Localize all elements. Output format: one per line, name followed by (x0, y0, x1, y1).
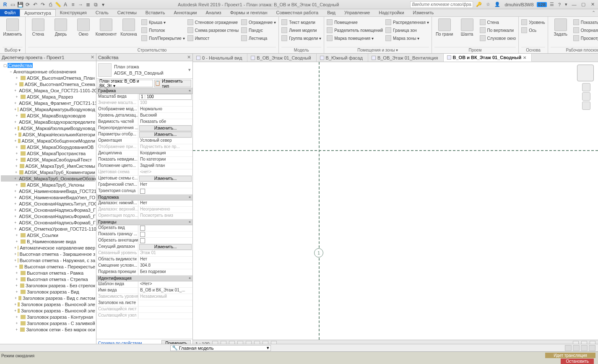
properties-close-icon[interactable]: ✕ (187, 55, 191, 60)
prop-value[interactable] (138, 307, 192, 312)
redo-icon[interactable]: ↷ (39, 1, 46, 8)
prop-value[interactable] (138, 300, 192, 306)
prop-row[interactable]: Ориентация подло...Посмотреть вниз (96, 213, 192, 219)
ribbon-tab-insert[interactable]: Вставить (141, 9, 170, 16)
tree-item[interactable]: +ADSK_МаркаНесколькихКатегори (1, 131, 95, 138)
prop-row[interactable]: Диапазон: нижний...Нет (96, 200, 192, 207)
roomsep-button[interactable]: Разделитель помещений (327, 26, 383, 34)
save-icon[interactable]: 💾 (17, 1, 23, 8)
column-button[interactable]: Колонна (119, 18, 139, 36)
subscription-icon[interactable]: 🔑 (475, 2, 483, 7)
ribbon-tab-analyze[interactable]: Анализ (201, 9, 226, 16)
home-icon[interactable] (582, 83, 590, 91)
prop-category[interactable]: Подложка« (96, 195, 192, 200)
curtaingrid-button[interactable]: Схема разрезки стены (187, 26, 239, 34)
prop-row[interactable]: Обрезать аннотации (96, 238, 192, 244)
tree-item[interactable]: +Высотная отметка - Рамка (1, 270, 95, 276)
tree-item[interactable]: +ADSK_ОсновнаяНадписьФорма5_Г (1, 213, 95, 219)
align-icon[interactable]: ≡ (70, 1, 76, 8)
switch-icon[interactable]: ⧉ (92, 1, 99, 8)
prop-row[interactable]: Параметры отобр...Изменить... (96, 132, 192, 138)
tree-item[interactable]: +Заголовок разреза - Без стрелок (1, 282, 95, 289)
show-button[interactable]: Показать (573, 18, 598, 26)
door-button[interactable]: Дверь (51, 18, 71, 36)
prop-row[interactable]: Подрезка проекцииБез подрезки (96, 269, 192, 276)
wallopen-button[interactable]: Стена (480, 18, 516, 26)
tree-item[interactable]: +ADSK_МаркаВоздухораспределите (1, 119, 95, 125)
prop-row[interactable]: Отображение мод...Нормально (96, 107, 192, 113)
zoom-icon[interactable] (582, 101, 590, 110)
tree-root[interactable]: ▢Семейства (1, 62, 95, 68)
measure-icon[interactable]: 📏 (55, 1, 61, 8)
prop-value[interactable]: Задний план (138, 163, 192, 169)
roomtag-button[interactable]: Марка помещения ▾ (327, 34, 383, 42)
prop-checkbox[interactable] (140, 238, 145, 243)
tree-item[interactable]: +ADSK_Марка_Разрез (1, 94, 95, 100)
qat-dropdown-icon[interactable]: ▾ (100, 1, 107, 8)
select-icon[interactable] (573, 345, 580, 351)
prop-value[interactable]: Нет (138, 257, 192, 263)
help-dropdown-icon[interactable]: ▾ (564, 2, 569, 7)
prop-category[interactable]: Идентификация« (96, 276, 192, 281)
prop-value[interactable]: Неограниченно (138, 207, 192, 213)
floor-button[interactable]: Пол/Перекрытие ▾ (141, 34, 185, 42)
tree-group[interactable]: −Аннотационные обозначения (1, 68, 95, 75)
prop-value[interactable]: Этаж 01 (138, 250, 192, 256)
prop-value[interactable]: 100 (138, 100, 192, 106)
prop-edit-button[interactable]: Изменить... (139, 244, 192, 250)
modelline-button[interactable]: Линия модели (281, 26, 321, 34)
prop-value[interactable]: Нет (138, 200, 192, 206)
tree-item[interactable]: +ADSK_МаркаТруб_ОсновныеОбозначения (1, 175, 95, 182)
prop-value[interactable]: Показать обе (138, 119, 192, 125)
ribbon-tab-addins[interactable]: Надстройки (374, 9, 408, 16)
room-button[interactable]: Помещение (327, 18, 383, 26)
grid-bubble[interactable]: 1 (314, 248, 323, 257)
tree-item[interactable]: +ADSK_МаркаВоздуховодов (1, 112, 95, 119)
prop-row[interactable]: Ссылающийся лист (96, 307, 192, 313)
ramp-button[interactable]: Пандус (241, 26, 276, 34)
stair-button[interactable]: Лестница (241, 34, 276, 42)
prop-row[interactable]: Имя видаВ_ОВ и ВК_Этаж 01_... (96, 288, 192, 294)
modify-button[interactable]: Изменить (3, 18, 23, 36)
signin-icon[interactable]: ☆ (485, 2, 491, 7)
view-tab[interactable]: В_ОВ и ВК_Этаж 01_Сводный✕ (444, 54, 532, 62)
grid-button[interactable]: Ось (521, 26, 545, 34)
maximize-button[interactable]: ▢ (580, 2, 587, 7)
ribbon-tab-manage[interactable]: Управление (340, 9, 374, 16)
ribbon-tab-modify[interactable]: Изменить (409, 9, 439, 16)
user-name[interactable]: dmuhin/B3W8 (503, 2, 535, 7)
prop-row[interactable]: Значение масшта...100 (96, 100, 192, 107)
tree-item[interactable]: +ADSK_МаркаТруб_Уклоны (1, 182, 95, 188)
prop-row[interactable]: Смещение условн...304.8 (96, 263, 192, 269)
prop-value[interactable]: В_ОВ и ВК_Этаж 01_... (138, 288, 192, 294)
tree-item[interactable]: +ADSK_ОсновнаяНадписьФорма3_Г (1, 207, 95, 213)
dormer-button[interactable]: Слуховое окно (480, 34, 516, 42)
roof-button[interactable]: Крыша ▾ (141, 18, 185, 26)
prop-row[interactable]: Положение цвето...Задний план (96, 163, 192, 169)
file-tab[interactable]: Файл (0, 9, 20, 16)
prop-row[interactable]: Показать невидим...По категории (96, 157, 192, 163)
tree-item[interactable]: +Заголовок разреза - Контурная (1, 314, 95, 320)
tree-item[interactable]: +ADSK_НаименованиеВида_ГОСТ21 (1, 188, 95, 194)
ribbon-tab-architecture[interactable]: Архитектура (20, 9, 56, 16)
prop-edit-button[interactable]: Изменить... (139, 132, 192, 138)
tree-item[interactable]: +Заголовок разреза - Выносной эле (1, 307, 95, 314)
ribbon-tab-annotate[interactable]: Аннотации (170, 9, 202, 16)
component-button[interactable]: Компонент (96, 18, 116, 36)
drawing-canvas[interactable]: 1 (193, 62, 598, 340)
ribbon-minimize-button[interactable]: ⌃ (589, 9, 598, 16)
prop-value[interactable]: Высокий (138, 113, 192, 119)
prop-row[interactable]: Уровень детализац...Высокий (96, 113, 192, 119)
ribbon-tab-collaborate[interactable]: Совместная работа (272, 9, 323, 16)
properties-grid[interactable]: Графика«Масштаб вида1 : 100Значение масш… (96, 88, 192, 339)
workset-dropdown[interactable]: 🔧 Главная модель▾ (170, 345, 271, 351)
prop-value[interactable]: <нет> (138, 169, 192, 175)
prop-value[interactable]: Посмотреть вниз (138, 213, 192, 219)
ribbon-tab-massing[interactable]: Формы и генплан (226, 9, 272, 16)
prop-input[interactable]: 1 : 100 (139, 94, 192, 100)
favorites-icon[interactable]: ☰ (549, 2, 555, 7)
prop-edit-button[interactable]: Изменить... (139, 176, 192, 182)
tree-item[interactable]: +ADSK_ВысотнаяОтметка_План (1, 75, 95, 81)
tree-item[interactable]: +Высотная отметка - Перекрестье (1, 263, 95, 270)
prop-row[interactable]: Переопределения ...Изменить... (96, 125, 192, 132)
